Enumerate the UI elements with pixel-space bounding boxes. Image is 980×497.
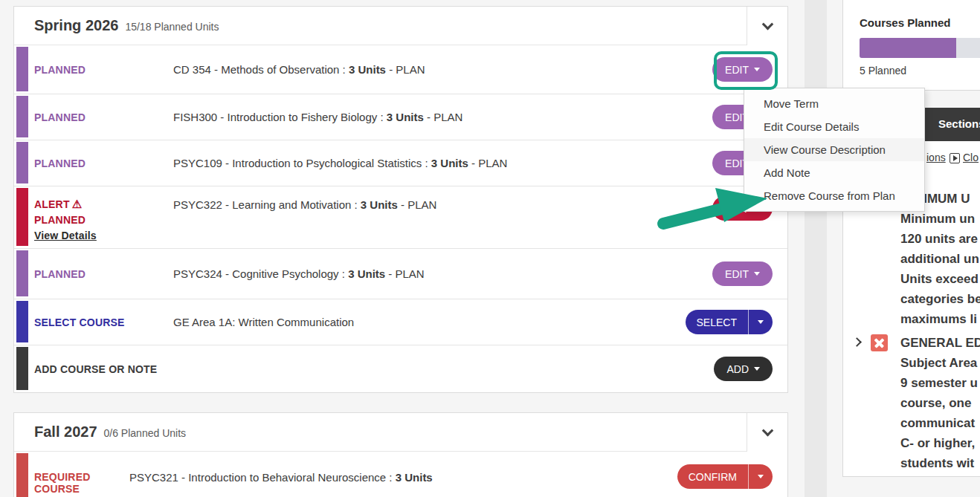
requirement-line: Units exceed [900,269,980,289]
requirement-line: C- or higher, [900,433,980,453]
course-units: 3 Units [348,267,385,280]
course-name: CD 354 - Methods of Observation : [173,63,349,76]
term-header-spring-2026: Spring 2026 15/18 Planned Units [14,7,787,45]
requirement-line: Subject Area [900,353,980,373]
status-color-bar [16,301,28,342]
course-text: CD 354 - Methods of Observation : 3 Unit… [173,63,425,76]
add-course-row: ADD COURSE OR NOTE ADD [14,345,787,392]
view-details-link[interactable]: View Details [34,228,173,244]
status-color-bar [16,142,28,183]
course-row-psyc324: PLANNED PSYC324 - Cognitive Psychology :… [14,249,787,299]
caret-down-icon [758,320,764,324]
requirement-line: Cal Poly Hu [900,473,980,477]
status-label: PLANNED [34,157,173,169]
course-name: PSYC109 - Introduction to Psychological … [173,157,431,169]
course-units: 3 Units [387,111,424,123]
term-units: 0/6 Planned Units [104,425,187,439]
collapse-all-icon[interactable] [950,153,960,163]
status-color-bar [16,347,28,390]
warning-icon: ⚠ [72,198,83,210]
annotation-arrow [639,184,781,236]
course-units: 3 Units [431,157,468,169]
course-text: PSYC109 - Introduction to Psychological … [173,157,507,169]
required-course-row-psyc321: REQUIRED COURSE PSYC321 - Introduction t… [14,452,787,497]
confirm-button[interactable]: CONFIRM [677,464,773,489]
select-course-row: SELECT COURSE GE Area 1A: Written Commun… [14,299,787,345]
degree-planner-screen: Spring 2026 15/18 Planned Units PLANNED … [0,0,980,497]
requirement-line: maximums li [900,309,980,329]
status-label: REQUIRED COURSE [34,471,129,495]
requirement-line: course, one [900,393,980,413]
course-units: 3 Units [349,63,386,76]
scrollbar-track[interactable] [805,0,827,497]
status-label: PLANNED [34,64,173,76]
requirement-name: GE Area 1A: Written Communication [173,316,354,328]
status-color-bar [16,47,28,91]
courses-planned-card: Courses Planned 5 Planned [842,0,980,91]
options-link-fragment[interactable]: ions [926,152,946,163]
collapse-term-button[interactable] [747,413,787,452]
play-triangle [953,155,958,161]
course-text: GE Area 1A: Written Communication [173,316,354,328]
requirement-line: categories be [900,289,980,309]
requirement-line: additional un [900,249,980,269]
chevron-down-icon [761,424,773,436]
status-label: PLANNED [34,212,173,228]
course-row-cd354: PLANNED CD 354 - Methods of Observation … [14,45,787,94]
menu-item-move-term[interactable]: Move Term [744,92,924,115]
status-color-bar [16,453,28,497]
chevron-down-icon [761,18,773,30]
status-label: PLANNED [34,268,173,280]
status-label: ADD COURSE OR NOTE [34,363,257,375]
requirement-line: Minimum un [900,209,980,229]
select-button[interactable]: SELECT [686,310,773,334]
term-title: Spring 2026 [34,17,118,34]
course-row-psyc109: PLANNED PSYC109 - Introduction to Psycho… [14,140,787,186]
course-units: 3 Units [396,471,433,484]
close-link-fragment[interactable]: Clo [963,152,979,163]
courses-planned-title: Courses Planned [860,16,980,29]
course-suffix: - PLAN [424,111,463,123]
confirm-dropdown-toggle[interactable] [749,464,773,489]
caret-down-icon [758,475,764,478]
requirement-general-education: GENERAL EDU Subject Area 9 semester u co… [900,333,980,477]
requirement-line: students wit [900,453,980,473]
expand-chevron-icon[interactable] [852,337,862,347]
requirement-line: 9 semester u [900,373,980,393]
course-suffix: - PLAN [385,267,425,280]
menu-item-add-note[interactable]: Add Note [744,161,924,184]
select-dropdown-toggle[interactable] [749,310,773,334]
course-name: PSYC324 - Cognitive Psychology : [173,267,348,280]
tab-sections[interactable]: Sections [938,117,980,130]
progressbar-fill [860,38,956,58]
confirm-button-label[interactable]: CONFIRM [677,464,748,489]
edit-button[interactable]: EDIT [712,262,773,286]
courses-planned-count: 5 Planned [860,65,980,77]
course-text: PSYC324 - Cognitive Psychology : 3 Units… [173,267,425,280]
alert-label: ALERT⚠ [34,196,173,212]
alert-text: ALERT [34,198,70,210]
course-suffix: - PLAN [386,63,425,76]
term-card-fall-2027: Fall 2027 0/6 Planned Units REQUIRED COU… [13,412,788,497]
course-name: FISH300 - Introduction to Fishery Biolog… [173,111,387,123]
collapse-term-button[interactable] [747,7,787,45]
menu-item-edit-course-details[interactable]: Edit Course Details [744,115,924,138]
requirement-line: communicat [900,413,980,433]
add-button[interactable]: ADD [714,357,773,381]
status-color-bar [16,250,28,296]
term-header-fall-2027: Fall 2027 0/6 Planned Units [14,413,787,452]
status-color-bar [16,188,28,246]
course-text: PSYC322 - Learning and Motivation : 3 Un… [173,198,436,211]
course-suffix: - PLAN [398,198,437,211]
requirement-not-met-icon [871,334,888,351]
status-label: PLANNED [34,111,173,123]
menu-item-view-course-description[interactable]: View Course Description [744,138,924,161]
select-button-label[interactable]: SELECT [686,310,748,334]
status-label-group: ALERT⚠ PLANNED View Details [34,196,173,244]
courses-planned-progressbar [860,38,980,58]
caret-down-icon [754,367,760,371]
annotation-highlight-box [714,51,778,90]
course-units: 3 Units [361,198,398,211]
status-label: SELECT COURSE [34,316,173,328]
caret-down-icon [754,272,760,276]
